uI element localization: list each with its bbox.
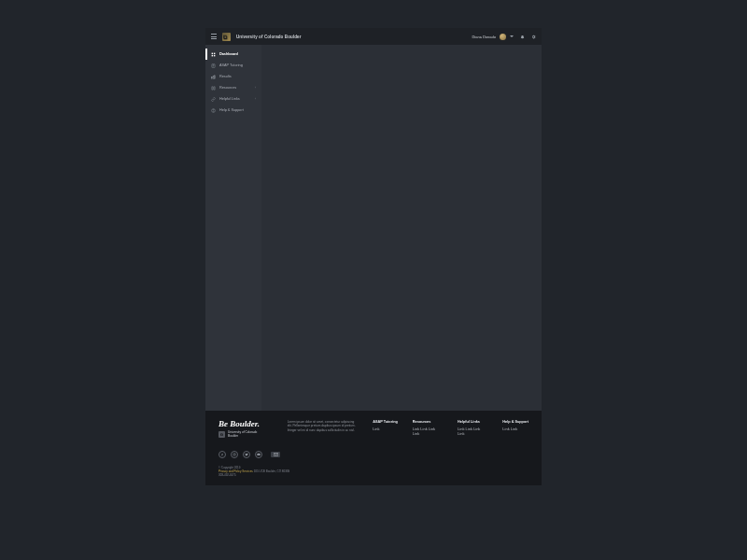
sidebar-item-label: Helpful Links bbox=[219, 97, 240, 101]
svg-rect-1 bbox=[212, 52, 213, 53]
be-boulder-wordmark: Be Boulder. bbox=[218, 420, 275, 428]
footer-link[interactable]: Link bbox=[413, 431, 419, 436]
svg-text:⧉: ⧉ bbox=[223, 34, 228, 40]
sidebar-item-resources[interactable]: Resources › bbox=[205, 82, 261, 93]
help-icon bbox=[211, 108, 216, 113]
cu-logo-small-icon: ⧉ bbox=[218, 431, 225, 438]
twitter-icon[interactable] bbox=[243, 451, 250, 458]
footer-col-helpful: Helpful Links Link Link Link Link bbox=[458, 420, 487, 438]
sidebar-item-dashboard[interactable]: Dashboard bbox=[205, 49, 261, 60]
sidebar-item-help-support[interactable]: Help & Support bbox=[205, 105, 261, 116]
footer-link[interactable]: Link bbox=[502, 427, 509, 431]
menu-toggle-icon[interactable] bbox=[211, 34, 217, 39]
footer-col-title: Resources bbox=[413, 420, 443, 424]
footer-link[interactable]: Link bbox=[458, 431, 464, 436]
chevron-right-icon: › bbox=[255, 86, 256, 90]
brand-prefix: University of Colorado bbox=[236, 35, 285, 39]
svg-rect-4 bbox=[214, 54, 215, 55]
youtube-icon[interactable] bbox=[255, 451, 262, 458]
links-icon bbox=[211, 97, 216, 102]
cu-logo-icon: ⧉ bbox=[222, 33, 231, 41]
footer-col-title: ASAP Tutoring bbox=[373, 420, 398, 424]
footer-description: Lorem ipsum dolor sit amet, consectetur … bbox=[288, 420, 360, 438]
app-window: ⧉ University of Colorado Boulder Diana D… bbox=[205, 28, 542, 485]
instagram-icon[interactable] bbox=[231, 451, 238, 458]
footer-link[interactable]: Link bbox=[420, 427, 427, 431]
sidebar-item-label: Resources bbox=[219, 86, 236, 90]
footer-link[interactable]: Link bbox=[473, 427, 480, 431]
brand-bold: Boulder bbox=[285, 35, 302, 39]
footer: Be Boulder. ⧉ University of Colorado Bou… bbox=[205, 411, 542, 485]
sidebar-item-helpful-links[interactable]: Helpful Links › bbox=[205, 93, 261, 105]
svg-rect-6 bbox=[212, 77, 213, 78]
topbar: ⧉ University of Colorado Boulder Diana D… bbox=[205, 28, 542, 45]
sidebar-item-asap-tutoring[interactable]: ASAP Tutoring bbox=[205, 60, 261, 71]
avatar-icon bbox=[500, 34, 506, 40]
footer-phone: 303-492-6475 bbox=[218, 473, 529, 477]
footer-university-name: University of Colorado Boulder bbox=[228, 431, 257, 438]
user-menu[interactable]: Diana Donado bbox=[472, 34, 514, 40]
email-icon[interactable] bbox=[271, 452, 280, 457]
settings-icon[interactable] bbox=[530, 34, 536, 39]
footer-col-title: Helpful Links bbox=[458, 420, 487, 424]
footer-col-support: Help & Support Link Link bbox=[502, 420, 529, 438]
username-label: Diana Donado bbox=[472, 35, 496, 39]
notifications-icon[interactable] bbox=[519, 34, 525, 39]
sidebar-item-label: ASAP Tutoring bbox=[219, 63, 243, 67]
footer-col-resources: Resources Link Link Link Link bbox=[413, 420, 443, 438]
dashboard-icon bbox=[211, 52, 216, 57]
footer-legal: © Copyright 2019 Privacy and Policy Serv… bbox=[218, 466, 529, 478]
chevron-right-icon: › bbox=[255, 97, 256, 101]
main-content bbox=[261, 45, 542, 411]
resources-icon bbox=[211, 86, 216, 91]
chevron-down-icon bbox=[510, 35, 514, 37]
facebook-icon[interactable] bbox=[218, 451, 226, 458]
sidebar-item-label: Results bbox=[219, 75, 232, 78]
footer-brand: Be Boulder. ⧉ University of Colorado Bou… bbox=[218, 420, 275, 438]
svg-point-12 bbox=[233, 454, 234, 455]
footer-link[interactable]: Link bbox=[373, 427, 379, 431]
svg-rect-8 bbox=[215, 75, 216, 77]
svg-rect-7 bbox=[213, 76, 214, 78]
sidebar-item-label: Help & Support bbox=[219, 108, 244, 112]
footer-link[interactable]: Link bbox=[466, 427, 472, 431]
brand-title: University of Colorado Boulder bbox=[236, 35, 302, 39]
footer-address: 105 UCB Boulder, CO 80309 bbox=[253, 469, 289, 473]
svg-rect-2 bbox=[214, 52, 215, 53]
sidebar-item-results[interactable]: Results bbox=[205, 71, 261, 82]
social-row bbox=[218, 451, 529, 458]
footer-col-title: Help & Support bbox=[502, 420, 529, 424]
body: Dashboard ASAP Tutoring Results Resource… bbox=[205, 45, 542, 411]
footer-link-columns: ASAP Tutoring Link Resources Link Link L… bbox=[373, 420, 529, 438]
svg-rect-3 bbox=[212, 54, 213, 55]
footer-link[interactable]: Link bbox=[511, 427, 517, 431]
tutoring-icon bbox=[211, 63, 216, 68]
footer-link[interactable]: Link bbox=[429, 427, 435, 431]
footer-col-asap: ASAP Tutoring Link bbox=[373, 420, 398, 438]
sidebar: Dashboard ASAP Tutoring Results Resource… bbox=[205, 45, 261, 411]
sidebar-item-label: Dashboard bbox=[219, 52, 238, 56]
results-icon bbox=[211, 75, 216, 79]
